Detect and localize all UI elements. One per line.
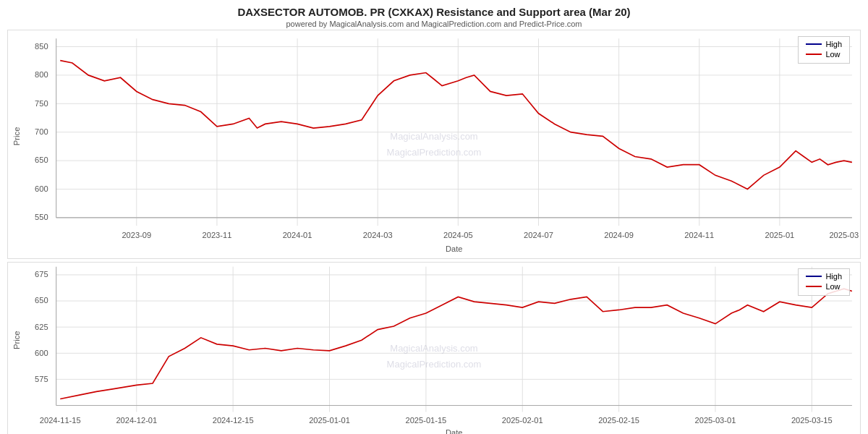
svg-text:2025-03-01: 2025-03-01 xyxy=(695,416,736,425)
svg-text:2024-12-01: 2024-12-01 xyxy=(116,416,157,425)
chart-title: DAXSECTOR AUTOMOB. PR (CXKAX) Resistance… xyxy=(0,6,868,18)
chart-subtitle: powered by MagicalAnalysis.com and Magic… xyxy=(0,20,868,28)
charts-container: MagicalAnalysis.comMagicalPrediction.com… xyxy=(0,30,868,434)
svg-text:2025-02-01: 2025-02-01 xyxy=(502,416,543,425)
svg-text:650: 650 xyxy=(35,297,48,305)
svg-text:625: 625 xyxy=(35,323,48,331)
high-line-color xyxy=(806,43,822,45)
svg-text:Date: Date xyxy=(446,428,462,434)
low2-line-color xyxy=(806,286,822,287)
high2-line-color xyxy=(806,276,822,277)
chart2-svg: 675 650 625 600 575 Price 2024-11-15 202… xyxy=(8,263,860,434)
svg-text:650: 650 xyxy=(35,156,48,164)
svg-text:2025-03-15: 2025-03-15 xyxy=(791,416,833,425)
svg-text:2025-01: 2025-01 xyxy=(765,231,794,239)
chart2-wrapper: MagicalAnalysis.comMagicalPrediction.com… xyxy=(7,262,861,434)
svg-text:800: 800 xyxy=(35,70,48,79)
svg-text:2024-12-15: 2024-12-15 xyxy=(213,416,254,425)
svg-text:2025-02-15: 2025-02-15 xyxy=(598,416,639,425)
svg-text:Price: Price xyxy=(12,127,21,146)
legend2-high-label: High xyxy=(825,272,842,281)
svg-text:850: 850 xyxy=(35,42,48,51)
svg-text:Price: Price xyxy=(12,331,21,350)
header: DAXSECTOR AUTOMOB. PR (CXKAX) Resistance… xyxy=(0,0,868,30)
svg-text:600: 600 xyxy=(35,184,48,193)
legend2-low: Low xyxy=(806,282,842,291)
legend2-high: High xyxy=(806,272,842,281)
svg-text:2025-01-01: 2025-01-01 xyxy=(309,416,350,425)
svg-text:2024-03: 2024-03 xyxy=(363,231,393,239)
chart1-wrapper: MagicalAnalysis.comMagicalPrediction.com… xyxy=(7,30,861,259)
svg-text:2024-05: 2024-05 xyxy=(443,231,473,239)
svg-text:675: 675 xyxy=(35,270,48,278)
svg-text:550: 550 xyxy=(35,213,48,221)
chart1-low-line xyxy=(60,61,852,190)
legend-low: Low xyxy=(806,50,842,59)
svg-text:Date: Date xyxy=(446,244,462,253)
svg-text:2025-01-15: 2025-01-15 xyxy=(405,416,446,425)
chart2-low-line xyxy=(60,289,852,399)
chart1-legend: High Low xyxy=(798,36,850,64)
chart1-svg: 850 800 750 700 650 600 550 Price 2023-0… xyxy=(8,30,860,258)
svg-text:2024-01: 2024-01 xyxy=(283,231,312,239)
svg-text:2024-11: 2024-11 xyxy=(684,231,714,239)
legend2-low-label: Low xyxy=(825,282,840,291)
legend-high-label: High xyxy=(825,40,842,48)
svg-text:2024-07: 2024-07 xyxy=(524,231,553,239)
low-line-color xyxy=(806,54,822,55)
svg-text:750: 750 xyxy=(35,99,48,108)
legend-low-label: Low xyxy=(825,50,840,59)
svg-text:600: 600 xyxy=(35,349,48,357)
svg-text:700: 700 xyxy=(35,127,48,136)
page-wrapper: DAXSECTOR AUTOMOB. PR (CXKAX) Resistance… xyxy=(0,0,868,434)
svg-text:2025-03: 2025-03 xyxy=(829,231,859,239)
chart2-legend: High Low xyxy=(798,268,850,296)
svg-text:2023-09: 2023-09 xyxy=(122,231,151,239)
svg-text:2024-09: 2024-09 xyxy=(604,231,634,239)
svg-text:575: 575 xyxy=(35,375,48,383)
legend-high: High xyxy=(806,40,842,48)
svg-text:2023-11: 2023-11 xyxy=(203,231,232,239)
svg-text:2024-11-15: 2024-11-15 xyxy=(40,416,81,425)
